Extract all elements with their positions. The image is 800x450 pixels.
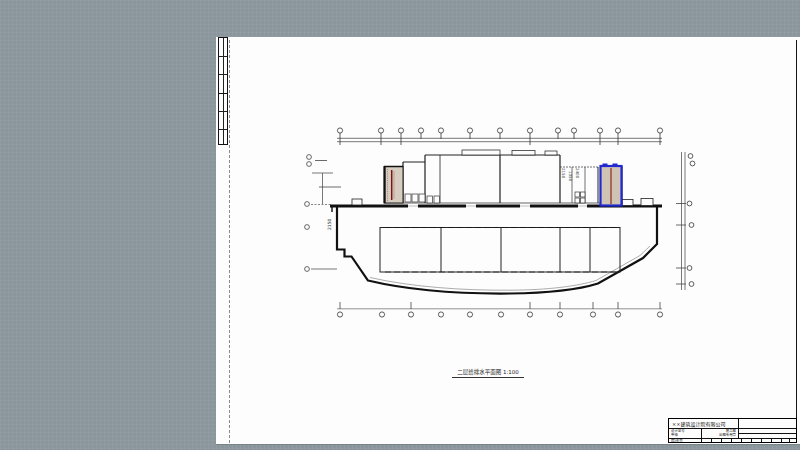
binding-margin-line: [229, 40, 230, 443]
title-block-line: [789, 438, 790, 443]
drawing-sheet: [216, 37, 800, 445]
title-block-line: [761, 438, 762, 443]
title-block-line: [751, 438, 752, 443]
title-block-line: [711, 438, 712, 443]
revision-strip: [218, 37, 228, 145]
title-block-line: [741, 438, 742, 443]
discipline-cell: 给排水: [671, 438, 700, 443]
cad-viewport[interactable]: 2150 1350 2400 2150 二层给排水平面图 1:100 ××建筑设…: [0, 0, 800, 450]
revision-strip-row-line: [219, 56, 227, 57]
revision-strip-row-line: [219, 111, 227, 112]
title-block-line: [771, 438, 772, 443]
title-block: ××建筑设计院有限公司 设计证号 甲级 施工图 出图专用章 给排水: [668, 418, 797, 443]
title-block-line: [721, 438, 722, 443]
stamp-line2: 出图专用章: [703, 433, 736, 437]
caption-title: 二层给排水平面图: [457, 369, 501, 375]
title-block-line: [731, 438, 732, 443]
caption-scale: 1:100: [503, 369, 519, 375]
title-block-line: [738, 419, 739, 438]
revision-strip-row-line: [219, 93, 227, 94]
title-block-line: [781, 438, 782, 443]
revision-strip-row-line: [219, 129, 227, 130]
revision-strip-row-line: [219, 74, 227, 75]
certificate-cell: 设计证号 甲级: [671, 429, 700, 438]
dimension-text-left: 2150: [327, 219, 332, 230]
company-name: ××建筑设计院有限公司: [672, 420, 736, 428]
annotation-text-column: 2400: [575, 168, 579, 178]
frame-border-right: [796, 40, 797, 443]
title-block-line: [701, 428, 702, 443]
annotation-text-column: 1350: [568, 171, 572, 181]
stamp-cell: 施工图 出图专用章: [703, 429, 736, 438]
title-block-line: [738, 433, 797, 434]
drawing-caption: 二层给排水平面图 1:100: [452, 368, 524, 378]
annotation-text-column: 2150: [561, 168, 565, 178]
